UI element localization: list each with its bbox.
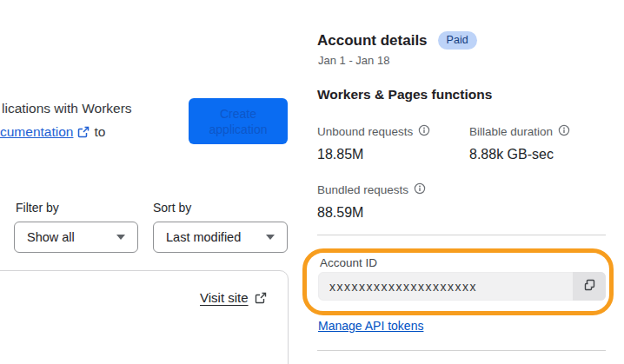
- sort-by-label: Sort by: [153, 201, 191, 215]
- workers-pages-functions-title: Workers & Pages functions: [317, 87, 492, 103]
- create-application-button[interactable]: Create application: [189, 98, 288, 144]
- info-icon[interactable]: [418, 124, 430, 139]
- stat-bundled-requests: Bundled requests 88.59M: [317, 182, 469, 221]
- paid-plan-badge: Paid: [438, 31, 477, 50]
- chevron-down-icon: [266, 235, 275, 240]
- account-details-title: Account details: [317, 32, 428, 50]
- divider: [317, 350, 606, 351]
- chevron-down-icon: [116, 235, 125, 240]
- create-application-label-line1: Create: [220, 106, 256, 122]
- info-icon[interactable]: [558, 124, 570, 139]
- stat-label: Unbound requests: [317, 125, 413, 138]
- account-details-panel: Account details Paid Jan 1 - Jan 18 Work…: [317, 0, 624, 364]
- filter-by-label: Filter by: [16, 201, 59, 215]
- workers-pages-dashboard: lications with Workers cumentation to Cr…: [0, 0, 624, 364]
- stat-billable-duration: Billable duration 8.88k GB-sec: [469, 124, 621, 162]
- create-application-label-line2: application: [209, 122, 268, 137]
- divider: [317, 235, 606, 235]
- sort-dropdown[interactable]: Last modified: [153, 222, 288, 253]
- documentation-link[interactable]: cumentation: [0, 124, 73, 140]
- billing-date-range: Jan 1 - Jan 18: [318, 54, 389, 67]
- stat-label: Bundled requests: [317, 183, 408, 196]
- info-icon[interactable]: [414, 182, 426, 197]
- external-link-icon: [77, 126, 90, 138]
- manage-api-tokens-link[interactable]: Manage API tokens: [318, 319, 423, 333]
- external-link-icon: [255, 292, 267, 304]
- stat-value: 88.59M: [317, 205, 469, 221]
- account-id-input[interactable]: [318, 272, 606, 301]
- intro-text-line2: cumentation to: [0, 124, 105, 140]
- filter-selected-value: Show all: [27, 230, 75, 244]
- intro-text-suffix: to: [94, 124, 105, 140]
- filter-dropdown[interactable]: Show all: [14, 222, 138, 253]
- account-id-label: Account ID: [320, 256, 377, 269]
- sort-selected-value: Last modified: [166, 230, 241, 244]
- copy-icon: [582, 278, 597, 295]
- stat-unbound-requests: Unbound requests 18.85M: [317, 124, 469, 162]
- visit-site-link[interactable]: Visit site: [200, 290, 267, 305]
- stat-label: Billable duration: [469, 125, 553, 138]
- stat-value: 18.85M: [317, 147, 469, 162]
- account-details-header: Account details Paid: [317, 31, 477, 50]
- intro-text-line1: lications with Workers: [2, 101, 132, 116]
- visit-site-label: Visit site: [200, 290, 249, 305]
- project-card: [0, 270, 289, 364]
- copy-account-id-button[interactable]: [573, 272, 606, 301]
- stat-value: 8.88k GB-sec: [469, 147, 621, 162]
- account-id-field-group: [318, 272, 606, 301]
